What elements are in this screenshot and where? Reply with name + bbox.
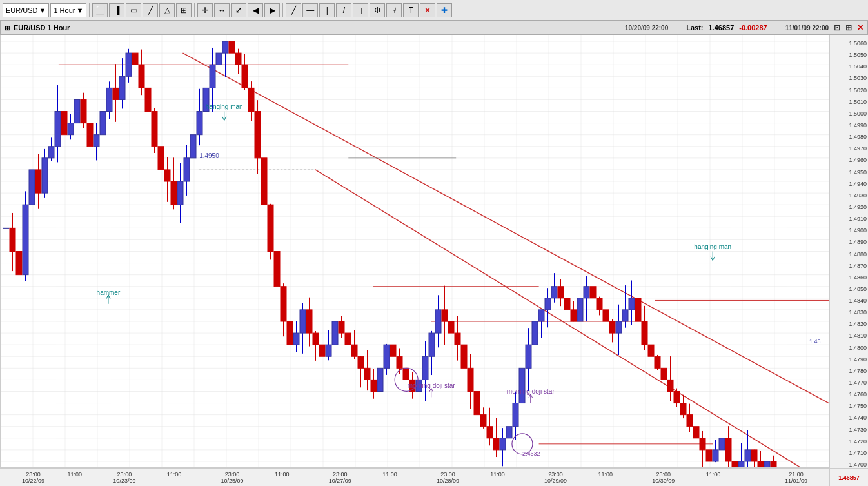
time-axis-label: 21:0011/01/09 <box>785 471 807 484</box>
timestamp-right: 11/01/09 22:00 <box>785 25 829 32</box>
price-level-label: 1.5060 <box>849 41 867 46</box>
candle-btn[interactable]: ▐ <box>109 3 124 17</box>
price-level-label: 1.4920 <box>849 205 867 210</box>
draw-line-btn[interactable]: ╱ <box>286 3 301 17</box>
time-axis-label: 23:0010/27/09 <box>329 471 351 484</box>
restore-btn[interactable]: ⊡ <box>834 23 840 32</box>
delete-btn[interactable]: ✕ <box>420 3 435 17</box>
fib-btn[interactable]: Φ <box>370 3 385 17</box>
price-level-label: 1.4960 <box>849 157 867 163</box>
h-line-btn[interactable]: — <box>302 3 318 17</box>
sep1 <box>89 3 90 17</box>
chart-main[interactable] <box>0 35 829 468</box>
price-level-label: 1.4850 <box>849 287 867 292</box>
price-level-label: 1.5030 <box>849 76 867 81</box>
symbol-selector[interactable]: EUR/USD ▼ <box>3 3 49 17</box>
maximize-btn[interactable]: ⊞ <box>845 23 852 32</box>
text-btn[interactable]: T <box>403 3 419 17</box>
hollow-btn[interactable]: ▭ <box>126 3 141 17</box>
price-level-label: 1.4940 <box>849 181 867 187</box>
area-btn[interactable]: △ <box>159 3 175 17</box>
price-level-label: 1.4790 <box>849 357 867 363</box>
price-level-label: 1.4800 <box>849 345 867 351</box>
price-level-label: 1.4780 <box>849 369 867 374</box>
price-level-label: 1.4880 <box>849 252 867 258</box>
price-level-label: 1.4910 <box>849 216 867 222</box>
price-level-label: 1.5050 <box>849 52 867 58</box>
time-axis-label: 11:00 <box>167 471 182 478</box>
price-level-label: 1.4810 <box>849 333 867 339</box>
price-level-label: 1.4900 <box>849 228 867 234</box>
zoom-btn[interactable]: ⤢ <box>231 3 246 17</box>
pan-btn[interactable]: ↔ <box>214 3 230 17</box>
time-axis-label: 11:00 <box>382 471 397 478</box>
channel-btn[interactable]: ⫼ <box>353 3 368 17</box>
bottom-row: 23:0010/22/0911:0023:0010/23/0911:0023:0… <box>0 468 868 486</box>
price-level-label: 1.4730 <box>849 427 867 433</box>
price-axis-bottom-corner: 1.46857 <box>829 468 868 486</box>
last-price: 1.46857 <box>709 24 735 32</box>
price-axis: 1.50601.50501.50401.50301.50201.50101.50… <box>829 35 868 468</box>
bar-chart-btn[interactable]: ⬜ <box>92 3 108 17</box>
price-level-label: 1.5010 <box>849 99 867 105</box>
toolbar: EUR/USD ▼ 1 Hour ▼ ⬜ ▐ ▭ ╱ △ ⊞ ✛ ↔ ⤢ ◀ ▶… <box>0 0 868 21</box>
fork-btn[interactable]: ⑂ <box>386 3 402 17</box>
current-price-bottom: 1.46857 <box>838 474 860 481</box>
price-level-label: 1.4820 <box>849 321 867 327</box>
price-level-label: 1.4870 <box>849 263 867 269</box>
last-change: -0.00287 <box>739 24 767 32</box>
price-level-label: 1.4750 <box>849 403 867 409</box>
sep2 <box>194 3 195 17</box>
add-btn[interactable]: ✚ <box>437 3 452 17</box>
chart-titlebar: ⊞ EUR/USD 1 Hour 10/20/09 22:00 Last: 1.… <box>0 21 868 35</box>
price-level-label: 1.4720 <box>849 439 867 445</box>
price-level-label: 1.4740 <box>849 415 867 421</box>
back-btn[interactable]: ◀ <box>248 3 263 17</box>
price-level-label: 1.4950 <box>849 170 867 176</box>
price-level-label: 1.4700 <box>849 462 867 468</box>
timeframe-label: 1 Hour <box>54 6 75 14</box>
time-axis-label: 11:00 <box>275 471 290 478</box>
price-level-label: 1.4970 <box>849 146 867 152</box>
price-level-label: 1.5000 <box>849 111 867 117</box>
price-level-label: 1.4890 <box>849 239 867 245</box>
price-level-label: 1.4930 <box>849 193 867 199</box>
close-chart-btn[interactable]: ✕ <box>857 23 863 32</box>
chart-area: 1.50601.50501.50401.50301.50201.50101.50… <box>0 35 868 468</box>
chart-title: EUR/USD 1 Hour <box>14 24 70 32</box>
price-level-label: 1.4980 <box>849 134 867 140</box>
price-level-label: 1.4830 <box>849 310 867 316</box>
line-btn[interactable]: ╱ <box>143 3 158 17</box>
price-level-label: 1.5020 <box>849 88 867 94</box>
timestamp-left: 10/20/09 22:00 <box>625 25 668 32</box>
chart-container: ⊞ EUR/USD 1 Hour 10/20/09 22:00 Last: 1.… <box>0 21 868 486</box>
time-axis-label: 11:00 <box>67 471 82 478</box>
time-axis-label: 23:0010/23/09 <box>113 471 135 484</box>
time-axis-label: 23:0010/22/09 <box>22 471 44 484</box>
price-level-label: 1.4860 <box>849 275 867 281</box>
price-chart-canvas[interactable] <box>1 35 829 467</box>
time-axis: 23:0010/22/0911:0023:0010/23/0911:0023:0… <box>0 468 829 486</box>
last-label: Last: <box>686 24 703 32</box>
time-axis-label: 11:00 <box>490 471 505 478</box>
price-level-label: 1.4990 <box>849 123 867 128</box>
forward-btn[interactable]: ▶ <box>264 3 280 17</box>
timeframe-selector[interactable]: 1 Hour ▼ <box>50 3 86 17</box>
dropdown-arrow: ▼ <box>39 6 46 14</box>
price-level-label: 1.5040 <box>849 64 867 70</box>
time-axis-label: 11:00 <box>706 471 721 478</box>
crosshair-btn[interactable]: ✛ <box>197 3 213 17</box>
price-level-label: 1.4770 <box>849 380 867 386</box>
trend-btn[interactable]: / <box>336 3 351 17</box>
renko-btn[interactable]: ⊞ <box>176 3 192 17</box>
v-line-btn[interactable]: | <box>319 3 335 17</box>
price-level-label: 1.4840 <box>849 298 867 304</box>
time-axis-label: 23:0010/29/09 <box>544 471 567 484</box>
time-axis-label: 23:0010/25/09 <box>221 471 244 484</box>
time-axis-label: 11:00 <box>598 471 613 478</box>
chart-info-bar: 10/20/09 22:00 Last: 1.46857 -0.00287 11… <box>625 23 863 32</box>
symbol-label: EUR/USD <box>6 6 38 14</box>
dropdown-arrow2: ▼ <box>76 6 83 14</box>
sep3 <box>282 3 283 17</box>
time-axis-label: 23:0010/30/09 <box>652 471 675 484</box>
